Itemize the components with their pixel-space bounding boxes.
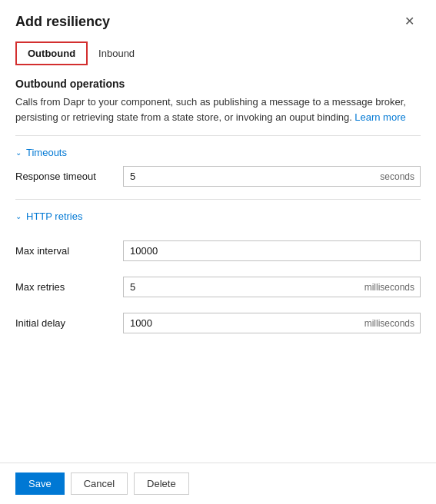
- response-timeout-row: Response timeout seconds: [15, 163, 421, 190]
- http-retries-section-header[interactable]: ⌄ HTTP retries: [15, 206, 82, 227]
- max-retries-input-wrapper: milliseconds: [123, 277, 421, 297]
- max-interval-input-wrapper: [123, 240, 421, 261]
- timeouts-label: Timeouts: [26, 147, 67, 158]
- max-retries-label: Max retries: [15, 281, 123, 293]
- initial-delay-input[interactable]: [123, 313, 421, 333]
- response-timeout-input[interactable]: [123, 166, 421, 187]
- dialog-title: Add resiliency: [15, 14, 110, 30]
- initial-delay-input-wrapper: milliseconds: [123, 313, 421, 333]
- max-interval-row: Max interval: [15, 237, 421, 264]
- response-timeout-input-wrapper: seconds: [123, 166, 421, 187]
- dialog-footer: Save Cancel Delete: [0, 463, 436, 504]
- http-retries-label: HTTP retries: [26, 211, 82, 222]
- initial-delay-label: Initial delay: [15, 317, 123, 329]
- initial-delay-row: Initial delay milliseconds: [15, 310, 421, 337]
- cancel-button[interactable]: Cancel: [71, 472, 128, 495]
- timeouts-chevron-icon: ⌄: [15, 148, 22, 157]
- add-resiliency-dialog: Add resiliency ✕ Outbound Inbound Outbou…: [0, 0, 436, 504]
- max-retries-row: Max retries milliseconds: [15, 274, 421, 300]
- tab-inbound[interactable]: Inbound: [88, 41, 145, 65]
- dialog-header: Add resiliency ✕: [0, 0, 436, 38]
- delete-button[interactable]: Delete: [134, 472, 189, 495]
- tabs-container: Outbound Inbound: [0, 38, 436, 65]
- section-description: Calls from Dapr to your component, such …: [15, 94, 421, 124]
- dialog-body: Outbound operations Calls from Dapr to y…: [0, 65, 436, 463]
- response-timeout-label: Response timeout: [15, 171, 123, 182]
- section-title: Outbound operations: [15, 78, 421, 90]
- max-retries-input[interactable]: [123, 277, 421, 297]
- max-interval-input[interactable]: [123, 240, 421, 261]
- tab-outbound[interactable]: Outbound: [15, 41, 88, 65]
- max-interval-label: Max interval: [15, 245, 123, 257]
- http-retries-chevron-icon: ⌄: [15, 212, 22, 220]
- section-description-text: Calls from Dapr to your component, such …: [15, 96, 406, 123]
- save-button[interactable]: Save: [15, 472, 65, 495]
- learn-more-link[interactable]: Learn more: [354, 111, 405, 123]
- close-button[interactable]: ✕: [398, 12, 421, 31]
- timeouts-section-header[interactable]: ⌄ Timeouts: [15, 142, 67, 163]
- divider-2: [15, 199, 421, 200]
- divider-1: [15, 135, 421, 136]
